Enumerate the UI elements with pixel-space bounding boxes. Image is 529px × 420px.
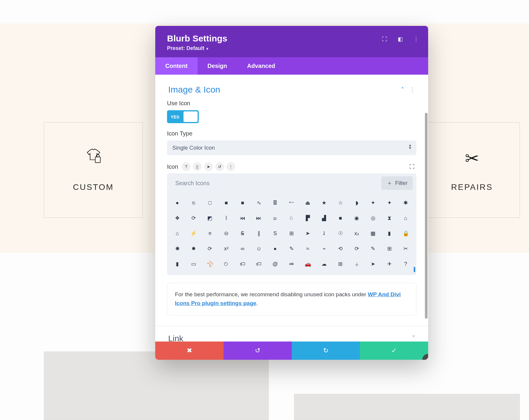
section-image-icon[interactable]: Image & Icon ˄ ⋮: [167, 82, 416, 100]
icon-option[interactable]: ✺: [169, 241, 185, 256]
icon-option[interactable]: ▮: [169, 256, 185, 272]
blurb-card-custom[interactable]: CUSTOM: [44, 122, 143, 218]
icon-option[interactable]: ☆: [333, 195, 348, 210]
icon-option[interactable]: ■: [218, 195, 234, 210]
expand-picker-icon[interactable]: ⛶: [408, 162, 416, 171]
icon-option[interactable]: ★: [316, 195, 332, 210]
icon-option[interactable]: ◗: [349, 195, 365, 210]
icon-option[interactable]: ⌁: [316, 241, 332, 256]
icon-option[interactable]: ⏏: [300, 195, 316, 210]
icon-option[interactable]: ❖: [169, 210, 185, 226]
icon-option[interactable]: ☺: [251, 241, 267, 256]
icon-option[interactable]: ▮: [381, 226, 397, 241]
icon-option[interactable]: ⧗: [381, 210, 397, 226]
icon-option[interactable]: ☉: [333, 226, 348, 241]
icon-option[interactable]: ◉: [349, 210, 365, 226]
split-view-icon[interactable]: ◧: [398, 36, 403, 42]
cancel-button[interactable]: ✖: [155, 342, 223, 360]
filter-button[interactable]: ＋ Filter: [381, 176, 413, 190]
reset-icon[interactable]: ↺: [215, 162, 224, 171]
icon-option[interactable]: ✎: [365, 241, 381, 256]
icon-option[interactable]: ⇃: [316, 226, 332, 241]
section-link[interactable]: Link ˅: [167, 326, 416, 342]
icon-option[interactable]: 🔒: [398, 226, 414, 241]
more-icon[interactable]: ⋮: [413, 36, 419, 42]
icon-option[interactable]: ✱: [398, 195, 414, 210]
icon-option[interactable]: ⟳: [186, 210, 201, 226]
icon-option[interactable]: ✦: [381, 195, 397, 210]
icon-option[interactable]: ⎄: [267, 210, 283, 226]
icon-option[interactable]: ▟: [316, 210, 332, 226]
icon-option[interactable]: ≡: [202, 226, 218, 241]
chevron-up-icon[interactable]: ˄: [401, 86, 404, 93]
icon-option[interactable]: ✦: [365, 195, 381, 210]
icon-option[interactable]: ➤: [300, 226, 316, 241]
undo-button[interactable]: ↺: [223, 342, 292, 360]
icon-option[interactable]: ➤: [365, 256, 381, 272]
preset-selector[interactable]: Preset: Default▼: [167, 45, 416, 51]
icon-option[interactable]: 🏷: [251, 256, 267, 272]
icon-option[interactable]: ⏲: [218, 256, 234, 272]
more-icon[interactable]: ⋮: [226, 162, 235, 171]
icon-option[interactable]: ⟲: [333, 241, 348, 256]
icon-option[interactable]: ⏭: [251, 210, 267, 226]
icon-option[interactable]: ◎: [365, 210, 381, 226]
icon-option[interactable]: ⌇: [218, 210, 234, 226]
icon-option[interactable]: ⊞: [283, 226, 299, 241]
icon-option[interactable]: ∞: [235, 241, 251, 256]
icon-option[interactable]: 🚗: [300, 256, 316, 272]
icon-option[interactable]: ∥: [251, 226, 267, 241]
help-icon[interactable]: ?: [182, 162, 191, 171]
icon-option[interactable]: 🏷: [235, 256, 251, 272]
blurb-card-repairs[interactable]: ✂ REPAIRS: [424, 122, 520, 218]
section-more-icon[interactable]: ⋮: [409, 86, 415, 93]
icon-option[interactable]: ⚾: [202, 256, 218, 272]
icon-option[interactable]: x²: [218, 241, 234, 256]
icon-option[interactable]: ⏮: [235, 210, 251, 226]
search-icons-input[interactable]: [175, 180, 381, 187]
tab-design[interactable]: Design: [198, 57, 237, 75]
icon-option[interactable]: ▦: [365, 226, 381, 241]
icon-option[interactable]: ∿: [251, 195, 267, 210]
icon-option[interactable]: ✈: [381, 256, 397, 272]
icon-option[interactable]: ▛: [300, 210, 316, 226]
cursor-icon[interactable]: ➤: [204, 162, 213, 171]
device-icon[interactable]: ▯: [193, 162, 202, 171]
use-icon-toggle[interactable]: YES: [167, 110, 199, 123]
icon-option[interactable]: ⌂: [398, 210, 414, 226]
tab-advanced[interactable]: Advanced: [237, 57, 285, 75]
icon-option[interactable]: ▭: [186, 256, 201, 272]
icon-option[interactable]: ✂: [398, 241, 414, 256]
icon-option[interactable]: @: [267, 256, 283, 272]
icon-option[interactable]: ●: [267, 241, 283, 256]
icon-option[interactable]: □: [202, 195, 218, 210]
icon-grid-scrollthumb[interactable]: [414, 267, 415, 272]
scrollbar-thumb[interactable]: [425, 113, 428, 319]
icon-option[interactable]: ●: [169, 195, 185, 210]
icon-option[interactable]: ◩: [202, 210, 218, 226]
icon-option[interactable]: ⊞: [381, 241, 397, 256]
icon-option[interactable]: ■: [235, 195, 251, 210]
icon-option[interactable]: ⊞: [333, 256, 348, 272]
icon-option[interactable]: ≔: [283, 256, 299, 272]
icon-option[interactable]: ?: [398, 256, 414, 272]
icon-option[interactable]: ⏚: [349, 256, 365, 272]
icon-option[interactable]: ⌂: [169, 226, 185, 241]
icon-option[interactable]: S̶: [235, 226, 251, 241]
icon-option[interactable]: ⬳: [283, 195, 299, 210]
redo-button[interactable]: ↻: [292, 342, 360, 360]
icon-option[interactable]: ♘: [283, 210, 299, 226]
icon-option[interactable]: ✹: [186, 241, 201, 256]
expand-icon[interactable]: ⛶: [382, 36, 387, 42]
icon-option[interactable]: ≣: [267, 195, 283, 210]
icon-option[interactable]: S: [267, 226, 283, 241]
icon-option[interactable]: ⎋: [186, 195, 201, 210]
icon-option[interactable]: ⟳: [202, 241, 218, 256]
icon-option[interactable]: x₂: [349, 226, 365, 241]
icon-option[interactable]: ✎: [283, 241, 299, 256]
icon-option[interactable]: ⊝: [218, 226, 234, 241]
icon-option[interactable]: ⟳: [349, 241, 365, 256]
icon-option[interactable]: ⚡: [186, 226, 201, 241]
icon-option[interactable]: ≈: [300, 241, 316, 256]
save-button[interactable]: ✓: [360, 342, 428, 360]
